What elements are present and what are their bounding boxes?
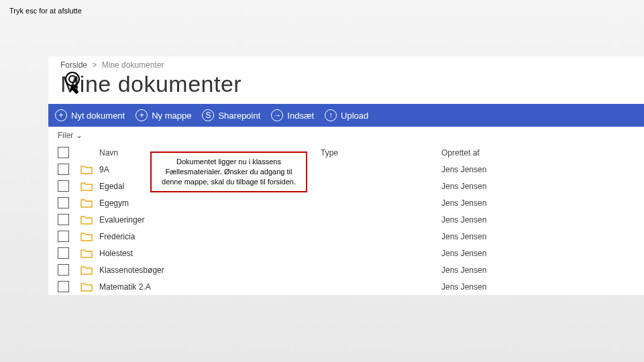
row-checkbox[interactable] (58, 231, 69, 242)
folder-icon (80, 215, 99, 225)
row-checkbox[interactable] (58, 180, 69, 192)
breadcrumb-home[interactable]: Forside (60, 60, 87, 70)
select-all-checkbox[interactable] (58, 147, 69, 158)
plus-icon: + (55, 109, 67, 121)
folder-icon (80, 265, 99, 275)
row-created: Jens Jensen (441, 232, 635, 241)
new-folder-button[interactable]: + Ny mappe (136, 109, 191, 121)
folder-icon (80, 198, 99, 208)
col-type[interactable]: Type (321, 148, 441, 158)
row-checkbox[interactable] (58, 214, 69, 225)
page-title: Mine dokumenter (60, 71, 632, 97)
app-window: Forside > Mine dokumenter Mine dokumente… (48, 56, 644, 295)
row-created: Jens Jensen (441, 182, 635, 191)
sharepoint-button[interactable]: S Sharepoint (202, 109, 260, 121)
col-created[interactable]: Oprettet af (441, 148, 635, 158)
row-created: Jens Jensen (441, 282, 635, 292)
row-name: Holestest (99, 249, 321, 258)
row-created: Jens Jensen (441, 215, 635, 225)
chevron-down-icon: ⌄ (76, 131, 83, 140)
row-checkbox[interactable] (58, 197, 69, 208)
table-body: 9AJens JensenEgedalJens JensenEgegymJens… (48, 161, 644, 295)
filter-dropdown[interactable]: Filer ⌄ (48, 127, 644, 144)
table-row[interactable]: 9AJens Jensen (48, 161, 644, 178)
filter-label: Filer (58, 131, 73, 140)
table-row[interactable]: HolestestJens Jensen (48, 245, 644, 261)
arrow-up-icon: ↑ (325, 109, 337, 121)
table-row[interactable]: KlassenotesbøgerJens Jensen (48, 261, 644, 278)
row-name: Evalueringer (99, 215, 321, 225)
breadcrumb-current: Mine dokumenter (102, 60, 164, 70)
callout-note: Dokumentet ligger nu i klassens Fællesma… (150, 152, 307, 192)
row-name: Fredericia (99, 232, 321, 241)
upload-button[interactable]: ↑ Upload (325, 109, 368, 121)
row-created: Jens Jensen (441, 249, 635, 258)
action-bar: + Nyt dokument + Ny mappe S Sharepoint →… (48, 104, 644, 127)
arrow-right-icon: → (271, 109, 283, 121)
table-header: Navn Type Oprettet af (48, 144, 644, 161)
table-row[interactable]: FredericiaJens Jensen (48, 228, 644, 245)
row-checkbox[interactable] (58, 164, 69, 175)
row-name: Egegym (99, 198, 321, 208)
action-label: Nyt dokument (71, 111, 125, 121)
table-row[interactable]: EgedalJens Jensen (48, 178, 644, 194)
sharepoint-icon: S (202, 109, 214, 121)
folder-icon (80, 231, 99, 241)
esc-hint: Tryk esc for at afslutte (9, 7, 82, 15)
new-document-button[interactable]: + Nyt dokument (55, 109, 125, 121)
header: Forside > Mine dokumenter Mine dokumente… (48, 56, 644, 104)
plus-icon: + (136, 109, 148, 121)
folder-icon (80, 181, 99, 191)
action-label: Upload (341, 111, 368, 121)
row-created: Jens Jensen (441, 198, 635, 208)
folder-icon (80, 248, 99, 258)
folder-icon (80, 282, 99, 292)
breadcrumb: Forside > Mine dokumenter (60, 60, 632, 70)
action-label: Indsæt (287, 111, 314, 121)
row-name: Klassenotesbøger (99, 265, 321, 275)
table-row[interactable]: EgegymJens Jensen (48, 194, 644, 211)
table-row[interactable]: Matematik 2.AJens Jensen (48, 278, 644, 295)
row-checkbox[interactable] (58, 247, 69, 259)
breadcrumb-sep: > (89, 60, 99, 70)
row-checkbox[interactable] (58, 264, 69, 276)
row-checkbox[interactable] (58, 281, 69, 292)
row-name: Matematik 2.A (99, 282, 321, 292)
action-label: Sharepoint (218, 111, 260, 121)
folder-icon (80, 164, 99, 174)
row-created: Jens Jensen (441, 265, 635, 275)
insert-button[interactable]: → Indsæt (271, 109, 314, 121)
action-label: Ny mappe (152, 111, 191, 121)
table-row[interactable]: EvalueringerJens Jensen (48, 211, 644, 228)
row-created: Jens Jensen (441, 165, 635, 174)
